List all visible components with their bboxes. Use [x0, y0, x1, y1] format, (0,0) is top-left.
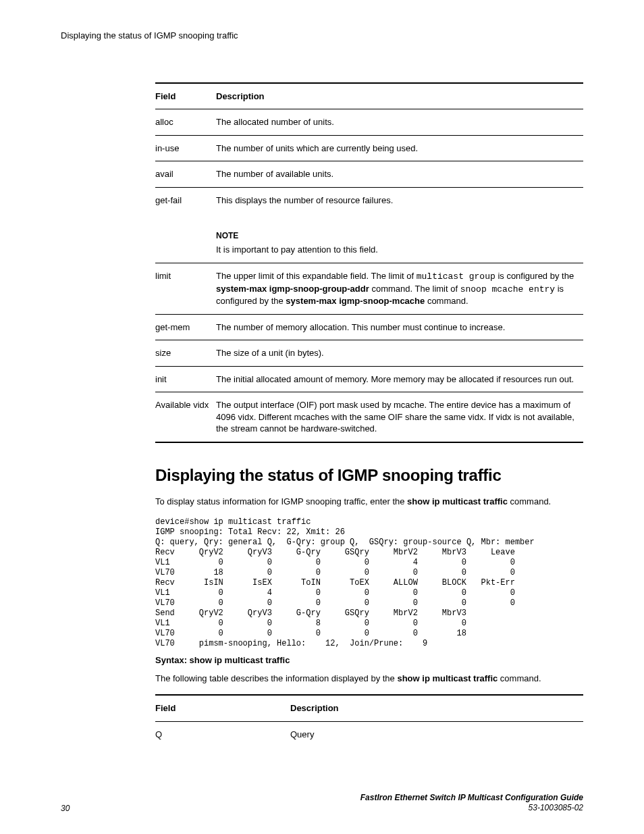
field-cell: size: [155, 340, 216, 367]
desc-cell: The output interface (OIF) port mask use…: [216, 392, 583, 442]
table-row: in-use The number of units which are cur…: [155, 135, 583, 161]
bold-span: system-max igmp-snoop-group-addr: [216, 284, 369, 294]
doc-number: 53-1003085-02: [360, 803, 583, 814]
desc-cell: The number of units which are currently …: [216, 135, 583, 161]
desc-cell: The initial allocated amount of memory. …: [216, 366, 583, 392]
note-text: It is important to pay attention to this…: [216, 244, 378, 255]
table2-header-desc: Description: [290, 695, 583, 721]
desc-cell: The size of a unit (in bytes).: [216, 340, 583, 367]
doc-title-block: FastIron Ethernet Switch IP Multicast Co…: [360, 793, 583, 814]
desc-cell: This displays the number of resource fai…: [216, 187, 583, 213]
text-span: command. The limit of: [369, 284, 460, 294]
text-span: command.: [498, 673, 541, 683]
field-description-table-1: Field Description alloc The allocated nu…: [155, 82, 583, 443]
doc-title: FastIron Ethernet Switch IP Multicast Co…: [360, 793, 583, 804]
table-row: init The initial allocated amount of mem…: [155, 366, 583, 392]
table-row-note: NOTE It is important to pay attention to…: [155, 213, 583, 263]
field-cell: get-mem: [155, 314, 216, 340]
desc-cell: Query: [290, 721, 583, 747]
field-cell: Q: [155, 721, 290, 747]
intro-paragraph: To display status information for IGMP s…: [155, 496, 583, 508]
bold-span: system-max igmp-snoop-mcache: [286, 296, 425, 306]
following-paragraph: The following table describes the inform…: [155, 673, 583, 685]
bold-span: show ip multicast traffic: [397, 673, 498, 683]
page-footer: 30 FastIron Ethernet Switch IP Multicast…: [61, 793, 583, 814]
field-cell: Available vidx: [155, 392, 216, 442]
desc-cell: The upper limit of this expandable field…: [216, 263, 583, 315]
cli-output: device#show ip multicast traffic IGMP sn…: [155, 517, 583, 649]
bold-span: show ip multicast traffic: [407, 496, 508, 506]
table-row: avail The number of available units.: [155, 161, 583, 188]
field-cell: get-fail: [155, 187, 216, 213]
table-row: Available vidx The output interface (OIF…: [155, 392, 583, 442]
text-span: is configured by the: [495, 271, 574, 281]
field-cell: in-use: [155, 135, 216, 161]
table2-header-field: Field: [155, 695, 290, 721]
table-row: get-mem The number of memory allocation.…: [155, 314, 583, 340]
text-span: To display status information for IGMP s…: [155, 496, 407, 506]
field-cell: init: [155, 366, 216, 392]
syntax-line: Syntax: show ip multicast traffic: [155, 654, 583, 667]
desc-cell: The number of available units.: [216, 161, 583, 188]
page: Displaying the status of IGMP snooping t…: [0, 0, 644, 834]
field-cell: limit: [155, 263, 216, 315]
table-row: size The size of a unit (in bytes).: [155, 340, 583, 367]
desc-cell: The number of memory allocation. This nu…: [216, 314, 583, 340]
field-cell: alloc: [155, 109, 216, 136]
field-cell: avail: [155, 161, 216, 188]
table1-header-field: Field: [155, 83, 216, 109]
running-header: Displaying the status of IGMP snooping t…: [61, 30, 583, 42]
table-row: limit The upper limit of this expandable…: [155, 263, 583, 315]
text-span: command.: [508, 496, 551, 506]
code-span: snoop mcache entry: [460, 284, 555, 294]
note-label: NOTE: [216, 230, 579, 241]
text-span: command.: [425, 296, 468, 306]
main-content: Field Description alloc The allocated nu…: [155, 82, 583, 748]
table1-header-desc: Description: [216, 83, 583, 109]
desc-cell: The allocated number of units.: [216, 109, 583, 136]
table-row: get-fail This displays the number of res…: [155, 187, 583, 213]
section-heading: Displaying the status of IGMP snooping t…: [155, 465, 583, 486]
text-span: The following table describes the inform…: [155, 673, 397, 683]
table-row: alloc The allocated number of units.: [155, 109, 583, 136]
text-span: The upper limit of this expandable field…: [216, 271, 417, 281]
code-span: multicast group: [417, 271, 495, 282]
page-number: 30: [61, 803, 70, 814]
table-row: Q Query: [155, 721, 583, 747]
field-description-table-2: Field Description Q Query: [155, 694, 583, 747]
